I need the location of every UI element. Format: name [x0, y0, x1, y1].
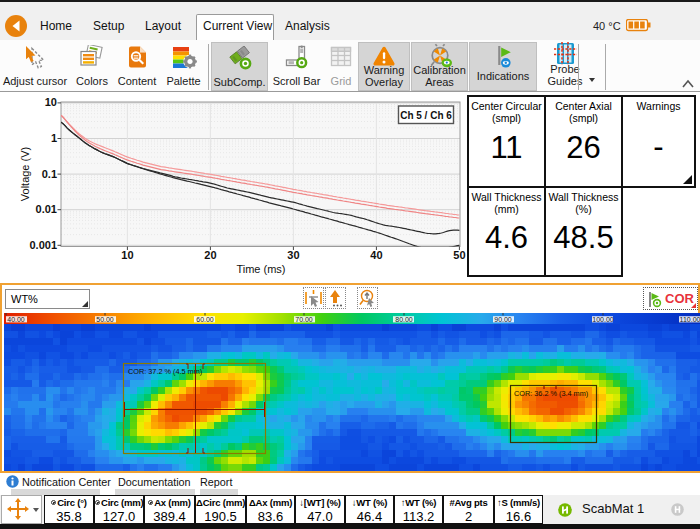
svg-text:20: 20	[204, 249, 216, 261]
svg-text:0.1: 0.1	[42, 168, 57, 180]
svg-text:50: 50	[453, 249, 465, 261]
svg-text:60.00: 60.00	[196, 316, 214, 323]
svg-text:90.00: 90.00	[494, 316, 512, 323]
svg-text:110.00: 110.00	[680, 316, 700, 323]
svg-text:COR: 36.2 % (3.4 mm): COR: 36.2 % (3.4 mm)	[514, 389, 588, 398]
svg-text:Ch 5 / Ch 6: Ch 5 / Ch 6	[400, 110, 452, 121]
svg-text:10: 10	[121, 249, 133, 261]
svg-text:10: 10	[45, 96, 57, 108]
svg-text:40.00: 40.00	[7, 316, 25, 323]
svg-text:Time (ms): Time (ms)	[236, 263, 285, 275]
svg-text:COR: 37.2 % (4.5 mm): COR: 37.2 % (4.5 mm)	[128, 367, 202, 376]
svg-text:0.01: 0.01	[36, 203, 57, 215]
svg-text:50.00: 50.00	[96, 316, 114, 323]
svg-text:80.00: 80.00	[395, 316, 413, 323]
svg-text:70.00: 70.00	[295, 316, 313, 323]
svg-text:Voltage (V): Voltage (V)	[19, 147, 31, 201]
svg-text:0.001: 0.001	[29, 239, 57, 251]
svg-text:40: 40	[370, 249, 382, 261]
svg-text:100.00: 100.00	[592, 316, 614, 323]
svg-text:1: 1	[51, 132, 57, 144]
svg-text:30: 30	[287, 249, 299, 261]
